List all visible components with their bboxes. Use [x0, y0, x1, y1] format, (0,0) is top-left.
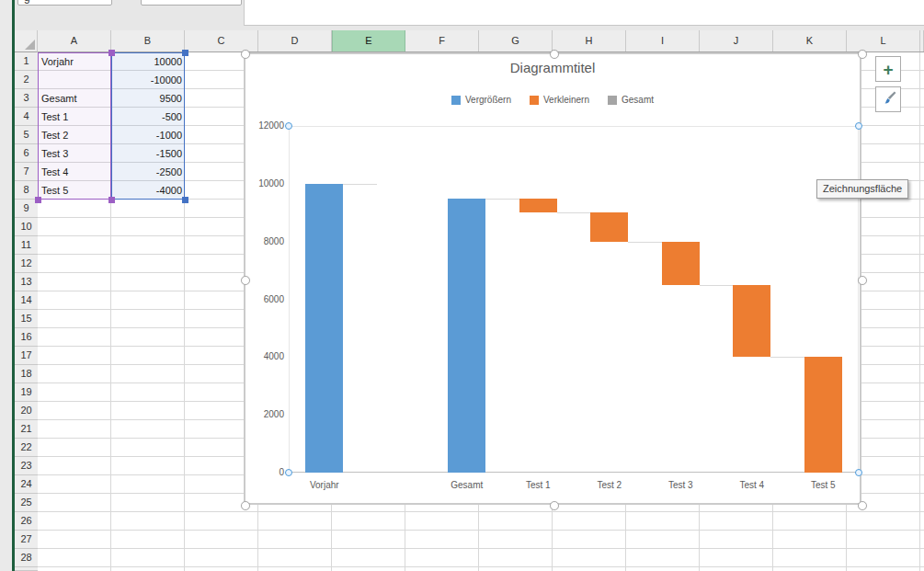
plot-area-handle[interactable] — [285, 122, 292, 130]
col-header-b[interactable]: B — [111, 30, 185, 51]
chart-object[interactable]: Diagrammtitel VergrößernVerkleinernGesam… — [244, 52, 861, 505]
row-header-28[interactable]: 28 — [15, 549, 38, 567]
cell-b1[interactable]: 10000 — [111, 52, 185, 71]
col-header-d[interactable]: D — [258, 30, 332, 51]
chart-resize-handle[interactable] — [241, 501, 250, 510]
y-axis-label-2000: 2000 — [245, 409, 284, 419]
row-header-partial[interactable] — [15, 567, 38, 571]
y-axis-label-8000: 8000 — [245, 236, 284, 246]
cell-b8[interactable]: -4000 — [111, 181, 185, 200]
chart-resize-handle[interactable] — [858, 501, 867, 510]
name-box[interactable]: g — [17, 0, 112, 6]
legend-item-verkleinern[interactable]: Verkleinern — [530, 95, 589, 105]
y-axis-label-0: 0 — [245, 467, 284, 477]
col-header-e[interactable]: E — [332, 30, 405, 51]
row-headers: 1234567891011121314151617181920212223242… — [15, 52, 38, 571]
cell-b4[interactable]: -500 — [111, 108, 185, 126]
bar-test-4[interactable] — [733, 285, 770, 358]
cell-a6[interactable]: Test 3 — [38, 144, 111, 163]
chart-resize-handle[interactable] — [858, 50, 867, 59]
select-all-corner[interactable] — [15, 30, 38, 52]
row-header-12[interactable]: 12 — [15, 255, 38, 273]
row-header-11[interactable]: 11 — [15, 236, 38, 255]
row-header-13[interactable]: 13 — [15, 273, 38, 291]
plot-area-handle[interactable] — [855, 122, 862, 130]
cell-a4[interactable]: Test 1 — [38, 108, 111, 126]
cell-a8[interactable]: Test 5 — [38, 181, 111, 200]
row-header-25[interactable]: 25 — [15, 494, 38, 512]
x-axis-label-test-3: Test 3 — [645, 480, 717, 490]
chart-resize-handle[interactable] — [550, 50, 559, 59]
row-header-20[interactable]: 20 — [15, 402, 38, 420]
col-header-partial[interactable] — [920, 30, 924, 51]
row-header-5[interactable]: 5 — [15, 126, 38, 144]
chart-resize-handle[interactable] — [858, 276, 867, 285]
x-axis-label-test-5: Test 5 — [788, 480, 860, 490]
cell-a3[interactable]: Gesamt — [38, 89, 111, 108]
cell-a1[interactable]: Vorjahr — [38, 52, 111, 71]
col-header-c[interactable]: C — [185, 30, 258, 51]
row-header-4[interactable]: 4 — [15, 108, 38, 126]
col-header-a[interactable]: A — [38, 30, 111, 51]
row-header-27[interactable]: 27 — [15, 531, 38, 549]
col-header-g[interactable]: G — [479, 30, 553, 51]
row-header-1[interactable]: 1 — [15, 52, 38, 71]
legend-swatch — [530, 96, 539, 105]
y-axis-label-4000: 4000 — [245, 351, 284, 361]
row-header-23[interactable]: 23 — [15, 457, 38, 475]
excel-window: g ABCDEFGHIJKL 1234567891011121314151617… — [0, 0, 924, 571]
paintbrush-icon — [881, 90, 896, 109]
row-header-2[interactable]: 2 — [15, 71, 38, 89]
bar-test-2[interactable] — [590, 212, 628, 241]
col-header-i[interactable]: I — [626, 30, 700, 51]
chart-title[interactable]: Diagrammtitel — [245, 60, 860, 75]
col-header-f[interactable]: F — [405, 30, 479, 51]
cell-b3[interactable]: 9500 — [111, 89, 185, 108]
bar-test-5[interactable] — [804, 357, 842, 473]
row-header-19[interactable]: 19 — [15, 383, 38, 402]
row-header-15[interactable]: 15 — [15, 310, 38, 328]
ribbon-control-box[interactable] — [141, 0, 242, 6]
col-header-h[interactable]: H — [553, 30, 626, 51]
x-axis-label-gesamt: Gesamt — [431, 480, 503, 490]
bar-test-1[interactable] — [519, 199, 557, 213]
row-header-21[interactable]: 21 — [15, 420, 38, 439]
row-header-26[interactable]: 26 — [15, 512, 38, 531]
cell-b2[interactable]: -10000 — [111, 71, 185, 89]
row-header-17[interactable]: 17 — [15, 347, 38, 365]
bar-vorjahr[interactable] — [305, 184, 343, 473]
bar-test-3[interactable] — [662, 242, 700, 285]
cell-a7[interactable]: Test 4 — [38, 163, 111, 181]
chart-resize-handle[interactable] — [241, 276, 250, 285]
row-header-6[interactable]: 6 — [15, 144, 38, 163]
chart-styles-button[interactable] — [875, 86, 901, 112]
chart-resize-handle[interactable] — [241, 50, 250, 59]
select-all-triangle-icon — [25, 40, 35, 50]
cell-a5[interactable]: Test 2 — [38, 126, 111, 144]
col-header-j[interactable]: J — [700, 30, 773, 51]
row-header-24[interactable]: 24 — [15, 475, 38, 494]
row-header-22[interactable]: 22 — [15, 439, 38, 457]
row-header-3[interactable]: 3 — [15, 89, 38, 108]
col-header-k[interactable]: K — [773, 30, 847, 51]
cell-b5[interactable]: -1000 — [111, 126, 185, 144]
legend-item-vergrößern[interactable]: Vergrößern — [451, 95, 511, 105]
row-header-7[interactable]: 7 — [15, 163, 38, 181]
col-header-l[interactable]: L — [847, 30, 920, 51]
chart-resize-handle[interactable] — [550, 501, 559, 510]
plot-area[interactable] — [289, 126, 859, 473]
legend-item-gesamt[interactable]: Gesamt — [608, 95, 654, 105]
cell-b6[interactable]: -1500 — [111, 144, 185, 163]
cell-b7[interactable]: -2500 — [111, 163, 185, 181]
plot-area-handle[interactable] — [855, 469, 862, 476]
legend-swatch — [608, 96, 617, 105]
waterfall-connector — [628, 242, 662, 243]
row-header-16[interactable]: 16 — [15, 328, 38, 347]
row-header-18[interactable]: 18 — [15, 365, 38, 383]
row-header-10[interactable]: 10 — [15, 218, 38, 236]
formula-bar[interactable] — [244, 0, 924, 26]
plot-area-handle[interactable] — [285, 469, 292, 476]
row-header-14[interactable]: 14 — [15, 291, 38, 310]
bar-gesamt[interactable] — [448, 199, 485, 473]
add-chart-element-button[interactable]: + — [875, 56, 901, 82]
